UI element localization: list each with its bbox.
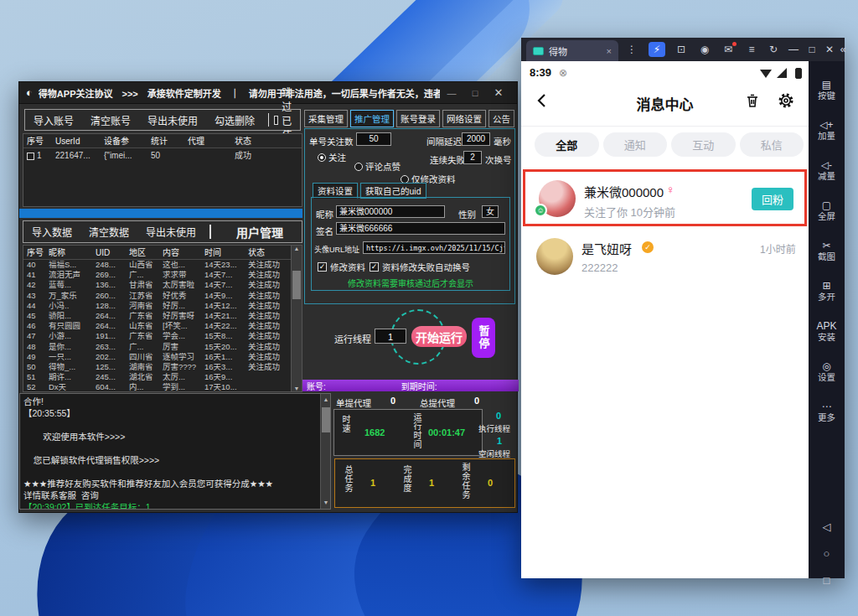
user-icon[interactable]: ◉ <box>696 42 713 57</box>
column-header[interactable]: 内容 <box>159 246 201 259</box>
scroll-thumb[interactable] <box>292 271 301 299</box>
collapse-sidebar-icon[interactable]: « <box>835 42 851 57</box>
filter-tab[interactable]: 私信 <box>740 132 804 157</box>
modify-profile-checkbox[interactable]: ✓ 修改资料 <box>318 261 365 273</box>
settings-tab[interactable]: 公告 <box>488 110 514 127</box>
table-row[interactable]: 44小冯..128...河南省好厉...14天12...关注成功 <box>23 301 292 311</box>
close-button[interactable]: ✕ <box>487 86 510 99</box>
table-row[interactable]: 46有只圆圆264...山东省[坏笑...14天22...关注成功 <box>23 321 292 331</box>
clear-accounts-button[interactable]: 清空账号 <box>82 113 139 127</box>
sidebar-item-install-apk[interactable]: APK安装 <box>809 313 845 349</box>
follow-count-input[interactable]: 50 <box>356 132 391 146</box>
follow-radio[interactable]: 关注 <box>318 151 346 163</box>
sidebar-item-fullscreen[interactable]: ▢全屏 <box>809 192 845 229</box>
maximize-button[interactable]: □ <box>804 42 820 57</box>
minimize-button[interactable]: — <box>785 42 802 57</box>
table-row[interactable]: 42蓝莓...136...甘肃省太厉害啦14天7...关注成功 <box>23 280 292 290</box>
avatar-url-input[interactable]: https://i.imgx.ovh/2025/11/15/Cjfhl4.j <box>363 241 505 254</box>
settings-tab[interactable]: 推广管理 <box>350 110 394 127</box>
import-data-button[interactable]: 导入数据 <box>23 225 80 239</box>
import-accounts-button[interactable]: 导入账号 <box>25 113 82 127</box>
filter-tab[interactable]: 通知 <box>603 132 668 157</box>
boost-icon[interactable]: ⚡ <box>649 42 665 57</box>
export-unused-accounts-button[interactable]: 导出未使用 <box>139 113 206 127</box>
android-recents-button[interactable]: □ <box>809 574 845 587</box>
column-header[interactable]: 统计 <box>147 134 184 148</box>
column-header[interactable]: 地区 <box>126 246 159 259</box>
row-checkbox[interactable] <box>27 153 34 160</box>
column-header[interactable]: 序号 <box>23 134 52 148</box>
column-header[interactable]: UID <box>92 246 126 259</box>
column-header[interactable]: 状态 <box>245 246 292 259</box>
table-row[interactable]: 52Dx天604...内...学到...17天10... <box>23 382 292 392</box>
kebab-menu-icon[interactable]: ⋮ <box>623 42 640 57</box>
sidebar-item-multi-instance[interactable]: ⊞多开 <box>809 272 845 309</box>
log-scrollbar[interactable]: ▲ ▼ <box>320 394 331 509</box>
column-header[interactable]: 时间 <box>201 246 245 259</box>
auto-switch-checkbox[interactable]: ✓ 资料修改失败自动换号 <box>370 261 470 273</box>
table-row[interactable]: 47小游...191...广东省学会...15天8...关注成功 <box>23 331 292 341</box>
scroll-thumb[interactable] <box>322 407 330 432</box>
message-item-highlighted[interactable]: ☺ 兼米微000000 ♀ 关注了你 10分钟前 回粉 <box>523 169 807 226</box>
menu-icon[interactable]: ≡ <box>743 42 760 57</box>
table-row[interactable]: 50得物_...125...湖南省厉害????16天3...关注成功 <box>23 362 292 372</box>
sidebar-item-settings[interactable]: ◎设置 <box>809 353 845 390</box>
gender-select[interactable]: 女 <box>482 205 499 218</box>
fail-count-input[interactable]: 2 <box>463 151 482 164</box>
refollow-button[interactable]: 回粉 <box>752 188 793 210</box>
sidebar-item-screenshot[interactable]: ✂截图 <box>809 232 845 269</box>
scroll-up-icon[interactable]: ▲ <box>294 246 300 251</box>
column-header[interactable]: 状态 <box>231 134 290 148</box>
check-delete-button[interactable]: 勾选删除 <box>206 113 263 127</box>
scroll-down-icon[interactable]: ▼ <box>294 386 300 391</box>
comment-like-radio[interactable]: 评论点赞 <box>354 160 401 173</box>
avatar[interactable] <box>536 238 573 275</box>
column-header[interactable]: 昵称 <box>45 246 92 259</box>
android-back-button[interactable]: ◁ <box>809 520 845 533</box>
clear-data-button[interactable]: 清空数据 <box>80 225 137 239</box>
export-unused-data-button[interactable]: 导出未使用 <box>137 225 204 239</box>
emulator-titlebar[interactable]: 得物 × ⋮ ⚡ ⊡ ◉ ✉ ≡ ↻ — □ ✕ « <box>521 38 845 61</box>
table-row[interactable]: 1 221647... {"imei... 50 成功 <box>23 150 302 162</box>
horizontal-scrollbar[interactable] <box>19 209 302 218</box>
table-row[interactable]: 48是你...263...广...厉害15天20...关注成功 <box>23 342 292 352</box>
table-row[interactable]: 51期许...245...湖北省太厉...16天9... <box>23 372 292 382</box>
maximize-button[interactable]: □ <box>463 88 487 98</box>
message-item[interactable]: 是飞妞呀 ✓ 1小时前 222222 <box>523 233 807 288</box>
table-row[interactable]: 41流泪无声269...广...求求带14天7...关注成功 <box>23 270 292 280</box>
android-home-button[interactable]: ○ <box>809 547 845 560</box>
signature-input[interactable]: 兼米微666666 <box>336 222 505 235</box>
user-management-button[interactable]: 用户管理 <box>228 224 292 241</box>
interval-input[interactable]: 2000 <box>462 132 490 146</box>
settings-tab[interactable]: 账号登录 <box>396 110 440 127</box>
table-scrollbar[interactable]: ▲ ▼ <box>291 246 302 391</box>
rotate-icon[interactable]: ↻ <box>765 42 782 57</box>
sidebar-item-volume-down[interactable]: ◁-减量 <box>809 152 845 189</box>
table-row[interactable]: 40福福S...248...山西省这也...14天23...关注成功 <box>23 260 292 270</box>
sidebar-item-volume-up[interactable]: ◁+加量 <box>809 111 845 148</box>
pause-button[interactable]: 暂停 <box>472 318 495 358</box>
settings-tab[interactable]: 网络设置 <box>442 110 486 127</box>
sidebar-item-keyboard[interactable]: ▤按键 <box>809 71 845 108</box>
minimize-button[interactable]: — <box>440 88 463 98</box>
trash-icon[interactable] <box>744 92 761 109</box>
filter-tab[interactable]: 全部 <box>535 132 599 157</box>
tab-close-icon[interactable]: × <box>607 46 612 56</box>
gear-icon[interactable] <box>778 92 794 109</box>
column-header[interactable]: 序号 <box>23 246 45 259</box>
emulator-tab-dewu[interactable]: 得物 × <box>526 40 618 61</box>
table-row[interactable]: 43万_家乐260...江苏省好优秀14天9...关注成功 <box>23 291 292 301</box>
nickname-input[interactable]: 兼米微000000 <box>336 205 445 218</box>
filter-tab[interactable]: 互动 <box>671 132 736 157</box>
scroll-down-icon[interactable]: ▼ <box>323 497 329 509</box>
start-run-button[interactable]: 开始运行 <box>411 326 467 347</box>
gamepad-icon[interactable]: ⊡ <box>673 42 690 57</box>
tool-window-titlebar[interactable]: ◐ 得物APP关注协议 >>> 承接软件定制开发 ｜ 请勿用于非法用途，一切后果… <box>19 82 517 104</box>
column-header[interactable]: 设备参 <box>101 134 147 148</box>
sidebar-item-more[interactable]: ⋯更多 <box>809 393 845 430</box>
table-row[interactable]: 49一只...202...四川省逐帧学习16天1...关注成功 <box>23 352 292 362</box>
scroll-up-icon[interactable]: ▲ <box>323 394 329 406</box>
table-row[interactable]: 45骄阳...264...广东省好厉害呀14天21...关注成功 <box>23 311 292 321</box>
message-sender-name[interactable]: 是飞妞呀 <box>581 240 632 257</box>
column-header[interactable]: UserId <box>52 134 101 148</box>
